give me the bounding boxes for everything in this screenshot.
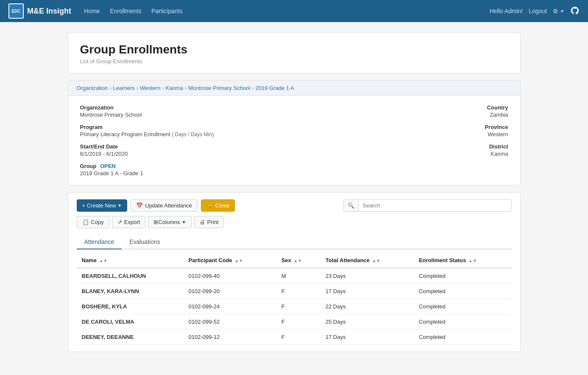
lock-icon: 🔒	[206, 202, 213, 209]
toolbar-top: + Create New ▼ 📅 Update Attendance 🔒 Clo…	[77, 199, 512, 212]
create-new-caret: ▼	[117, 203, 122, 208]
country-value: Zambia	[432, 112, 508, 118]
tab-evaluations[interactable]: Evaluations	[122, 235, 167, 249]
brand-text: M&E Insight	[27, 7, 71, 16]
create-new-button[interactable]: + Create New ▼	[77, 199, 128, 212]
create-new-label: + Create New	[82, 202, 116, 209]
breadcrumb-grade[interactable]: 2019 Grade 1 A	[256, 85, 294, 91]
columns-icon: ⊞	[153, 219, 158, 225]
toolbar-right: 🔍	[343, 199, 512, 212]
detail-left: Organization Montrose Primary School Pro…	[80, 104, 432, 176]
page-title: Group Enrollments	[80, 43, 508, 56]
cell-status: Completed	[414, 299, 512, 314]
table-row: BEARDSELL, CALHOUN 0102-099-40 M 23 Days…	[77, 268, 512, 284]
cell-name: BOSHERE, KYLA	[77, 299, 184, 314]
page-subtitle: List of Group Enrollments	[80, 58, 508, 64]
col-attendance: Total Attendance ▲▼	[320, 253, 414, 268]
country-label: Country	[432, 104, 508, 111]
tab-attendance[interactable]: Attendance	[77, 235, 122, 249]
org-value: Montrose Primary School	[80, 112, 432, 118]
cell-attendance: 23 Days	[320, 268, 414, 284]
org-label: Organization	[80, 104, 432, 111]
breadcrumb-organization[interactable]: Organization	[77, 85, 108, 91]
toolbar-left: + Create New ▼ 📅 Update Attendance 🔒 Clo…	[77, 199, 235, 212]
nav-greeting: Hello Admin!	[490, 8, 523, 14]
table-row: DEENEY, DEEANNE 0102-099-12 F 17 Days Co…	[77, 330, 512, 345]
cell-sex: F	[276, 330, 320, 345]
col-name: Name ▲▼	[77, 253, 184, 268]
group-label: Group OPEN	[80, 163, 432, 169]
columns-button[interactable]: ⊞ Columns ▼	[148, 216, 191, 228]
nav-brand: EDC M&E Insight	[8, 3, 71, 19]
cell-status: Completed	[414, 268, 512, 284]
tabs-row: Attendance Evaluations	[77, 235, 512, 249]
export-icon: ↗	[117, 219, 122, 225]
col-code: Participant Code ▲▼	[184, 253, 276, 268]
province-label: Province	[432, 124, 508, 130]
cell-code: 0102-099-40	[184, 268, 276, 284]
nav-logout[interactable]: Logout	[529, 8, 547, 14]
toolbar-bottom: 📋 Copy ↗ Export ⊞ Columns ▼ 🖨 Print	[77, 216, 512, 228]
detail-right: Country Zambia Province Western District…	[432, 104, 508, 176]
copy-icon: 📋	[82, 219, 89, 225]
nav-links: Home Enrollments Participants	[84, 8, 490, 14]
cell-name: DEENEY, DEEANNE	[77, 330, 184, 345]
print-icon: 🖨	[200, 219, 205, 225]
cell-sex: M	[276, 268, 320, 284]
name-sort-icon: ▲▼	[99, 258, 108, 263]
attendance-sort-icon: ▲▼	[372, 258, 380, 263]
province-value: Western	[432, 131, 508, 137]
search-input[interactable]	[359, 200, 511, 211]
print-button[interactable]: 🖨 Print	[194, 216, 224, 228]
cell-status: Completed	[414, 330, 512, 345]
table-row: BLANEY, KARA-LYNN 0102-099-20 F 17 Days …	[77, 284, 512, 299]
group-value: 2019 Grade 1 A - Grade 1	[80, 170, 432, 176]
cell-status: Completed	[414, 314, 512, 330]
github-icon[interactable]	[570, 6, 580, 17]
cell-attendance: 17 Days	[320, 330, 414, 345]
search-icon-button[interactable]: 🔍	[344, 200, 359, 211]
nav-home[interactable]: Home	[84, 8, 100, 14]
columns-caret: ▼	[182, 220, 186, 224]
sex-sort-icon: ▲▼	[293, 258, 302, 263]
status-sort-icon: ▲▼	[468, 258, 477, 263]
breadcrumb-kaoma[interactable]: Kaoma	[166, 85, 183, 91]
breadcrumb-western[interactable]: Western	[140, 85, 160, 91]
cell-code: 0102-099-24	[184, 299, 276, 314]
cell-sex: F	[276, 314, 320, 330]
program-value: Primary Literacy Program Enrollment ( Da…	[80, 131, 432, 137]
table-row: BOSHERE, KYLA 0102-099-24 F 22 Days Comp…	[77, 299, 512, 314]
breadcrumb-school[interactable]: Montrose Primary School	[188, 85, 250, 91]
export-button[interactable]: ↗ Export	[112, 216, 146, 228]
district-value: Kaoma	[432, 151, 508, 157]
breadcrumb-learners[interactable]: Learners	[113, 85, 135, 91]
cell-sex: F	[276, 299, 320, 314]
detail-body: Organization Montrose Primary School Pro…	[68, 96, 520, 185]
cell-name: BEARDSELL, CALHOUN	[77, 268, 184, 284]
page-header: Group Enrollments List of Group Enrollme…	[68, 32, 521, 73]
nav-logo: EDC	[8, 3, 24, 19]
cell-code: 0102-099-52	[184, 314, 276, 330]
cell-attendance: 22 Days	[320, 299, 414, 314]
cell-code: 0102-099-12	[184, 330, 276, 345]
cell-code: 0102-099-20	[184, 284, 276, 299]
breadcrumb: Organization › Learners › Western › Kaom…	[68, 81, 520, 96]
search-wrap: 🔍	[343, 199, 512, 212]
startend-value: 8/1/2019 - 6/1/2020	[80, 151, 432, 157]
nav-enrollments[interactable]: Enrollments	[110, 8, 141, 14]
nav-right: Hello Admin! Logout ⚙ ▼	[490, 6, 580, 17]
copy-button[interactable]: 📋 Copy	[77, 216, 109, 228]
cell-sex: F	[276, 284, 320, 299]
enrollments-table: Name ▲▼ Participant Code ▲▼ Sex ▲▼ Total…	[77, 253, 512, 345]
settings-icon[interactable]: ⚙ ▼	[553, 8, 564, 14]
program-note: ( Days / Days Min)	[172, 132, 214, 137]
program-label: Program	[80, 124, 432, 130]
startend-label: Start/End Date	[80, 143, 432, 150]
cell-attendance: 17 Days	[320, 284, 414, 299]
nav-participants[interactable]: Participants	[151, 8, 182, 14]
close-button[interactable]: 🔒 Close	[201, 199, 235, 212]
detail-card: Organization › Learners › Western › Kaom…	[68, 80, 521, 185]
update-attendance-button[interactable]: 📅 Update Attendance	[131, 199, 198, 212]
district-label: District	[432, 143, 508, 150]
cell-name: BLANEY, KARA-LYNN	[77, 284, 184, 299]
